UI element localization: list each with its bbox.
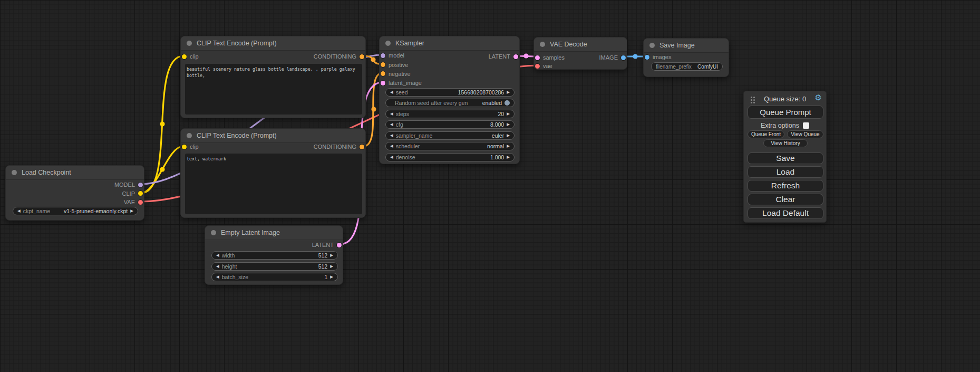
view-queue-button[interactable]: View Queue bbox=[787, 130, 823, 138]
widget-label: ckpt_name bbox=[23, 208, 61, 214]
decrement-arrow-icon[interactable]: ◀ bbox=[390, 133, 393, 138]
port-dot-vae[interactable] bbox=[535, 64, 540, 69]
widget-batch-size[interactable]: ◀ batch_size 1 ▶ bbox=[211, 273, 338, 281]
widget-filename-prefix[interactable]: filename_prefix ComfyUI bbox=[651, 62, 723, 71]
port-dot-conditioning[interactable] bbox=[360, 145, 364, 149]
port-dot-conditioning[interactable] bbox=[381, 62, 385, 67]
input-positive: positive bbox=[381, 61, 408, 69]
node-header[interactable]: Empty Latent Image bbox=[205, 226, 343, 240]
output-image: IMAGE bbox=[599, 54, 626, 61]
port-dot-latent[interactable] bbox=[337, 243, 342, 247]
port-dot-clip[interactable] bbox=[182, 145, 187, 149]
increment-arrow-icon[interactable]: ▶ bbox=[330, 253, 333, 257]
port-dot-image[interactable] bbox=[645, 55, 649, 60]
load-button[interactable]: Load bbox=[748, 166, 823, 178]
widget-scheduler[interactable]: ◀ scheduler normal ▶ bbox=[385, 142, 515, 150]
increment-arrow-icon[interactable]: ▶ bbox=[330, 275, 333, 279]
collapse-dot-icon[interactable] bbox=[649, 43, 655, 48]
increment-arrow-icon[interactable]: ▶ bbox=[507, 144, 510, 148]
node-save-image[interactable]: Save Image images filename_prefix ComfyU… bbox=[643, 38, 729, 77]
increment-arrow-icon[interactable]: ▶ bbox=[507, 133, 510, 138]
decrement-arrow-icon[interactable]: ◀ bbox=[390, 122, 393, 127]
port-dot-vae[interactable] bbox=[138, 200, 143, 205]
prompt-textarea[interactable]: text, watermark bbox=[185, 154, 362, 214]
port-dot-clip[interactable] bbox=[138, 191, 143, 196]
decrement-arrow-icon[interactable]: ◀ bbox=[390, 155, 393, 159]
link-dot-positive[interactable] bbox=[371, 57, 375, 62]
widget-seed[interactable]: ◀ seed 156680208700286 ▶ bbox=[385, 88, 515, 97]
widget-width[interactable]: ◀ width 512 ▶ bbox=[211, 251, 338, 260]
link-dot-images[interactable] bbox=[633, 54, 637, 59]
load-default-button[interactable]: Load Default bbox=[748, 207, 823, 219]
widget-random-seed[interactable]: Random seed after every gen enabled bbox=[385, 99, 515, 107]
port-dot-image[interactable] bbox=[621, 55, 626, 60]
decrement-arrow-icon[interactable]: ◀ bbox=[216, 264, 219, 269]
collapse-dot-icon[interactable] bbox=[211, 230, 216, 235]
toggle-dot[interactable] bbox=[504, 100, 510, 106]
decrement-arrow-icon[interactable]: ◀ bbox=[17, 209, 21, 213]
decrement-arrow-icon[interactable]: ◀ bbox=[390, 144, 393, 148]
decrement-arrow-icon[interactable]: ◀ bbox=[216, 275, 219, 279]
output-model: MODEL bbox=[114, 181, 143, 188]
refresh-button[interactable]: Refresh bbox=[748, 180, 823, 192]
port-dot-conditioning[interactable] bbox=[381, 71, 385, 76]
port-dot-clip[interactable] bbox=[182, 54, 187, 59]
queue-front-button[interactable]: Queue Front bbox=[748, 130, 784, 138]
port-dot-latent[interactable] bbox=[381, 81, 385, 85]
collapse-dot-icon[interactable] bbox=[12, 170, 17, 175]
decrement-arrow-icon[interactable]: ◀ bbox=[390, 90, 393, 94]
node-graph-canvas[interactable]: Load Checkpoint MODEL CLIP VAE ◀ ckpt_na… bbox=[0, 0, 980, 372]
widget-ckpt-name[interactable]: ◀ ckpt_name v1-5-pruned-emaonly.ckpt ▶ bbox=[13, 207, 138, 215]
node-header[interactable]: CLIP Text Encode (Prompt) bbox=[181, 129, 365, 143]
link-dot-clip-negative[interactable] bbox=[160, 167, 164, 171]
node-header[interactable]: CLIP Text Encode (Prompt) bbox=[181, 36, 365, 51]
widget-cfg[interactable]: ◀ cfg 8.000 ▶ bbox=[385, 120, 515, 129]
increment-arrow-icon[interactable]: ▶ bbox=[507, 112, 510, 116]
prompt-textarea[interactable]: beautiful scenery nature glass bottle la… bbox=[185, 64, 362, 115]
output-latent: LATENT bbox=[312, 241, 342, 249]
increment-arrow-icon[interactable]: ▶ bbox=[130, 209, 133, 213]
clear-button[interactable]: Clear bbox=[748, 194, 823, 205]
decrement-arrow-icon[interactable]: ◀ bbox=[216, 253, 219, 257]
input-images: images bbox=[645, 53, 671, 61]
node-vae-decode[interactable]: VAE Decode samples vae IMAGE bbox=[533, 37, 627, 70]
link-dot-samples[interactable] bbox=[523, 53, 528, 58]
port-dot-model[interactable] bbox=[381, 53, 385, 58]
decrement-arrow-icon[interactable]: ◀ bbox=[390, 112, 393, 116]
widget-sampler-name[interactable]: ◀ sampler_name euler ▶ bbox=[385, 131, 515, 140]
port-dot-latent[interactable] bbox=[535, 55, 540, 60]
increment-arrow-icon[interactable]: ▶ bbox=[507, 122, 510, 127]
widget-steps[interactable]: ◀ steps 20 ▶ bbox=[385, 110, 515, 118]
view-history-button[interactable]: View History bbox=[763, 139, 808, 147]
node-header[interactable]: Save Image bbox=[644, 39, 729, 53]
widget-value: ComfyUI bbox=[697, 64, 718, 70]
widget-height[interactable]: ◀ height 512 ▶ bbox=[211, 262, 338, 271]
save-button[interactable]: Save bbox=[748, 152, 823, 164]
node-header[interactable]: KSampler bbox=[380, 36, 519, 51]
node-ksampler[interactable]: KSampler model positive negative latent_… bbox=[379, 36, 520, 164]
collapse-dot-icon[interactable] bbox=[385, 41, 391, 46]
node-header[interactable]: Load Checkpoint bbox=[6, 166, 144, 180]
extra-options-checkbox[interactable] bbox=[803, 122, 809, 129]
link-dot-negative[interactable] bbox=[371, 107, 376, 111]
port-dot-latent[interactable] bbox=[513, 54, 518, 59]
port-dot-model[interactable] bbox=[138, 183, 143, 187]
node-header[interactable]: VAE Decode bbox=[534, 37, 627, 52]
increment-arrow-icon[interactable]: ▶ bbox=[330, 264, 333, 269]
increment-arrow-icon[interactable]: ▶ bbox=[507, 155, 510, 159]
widget-denoise[interactable]: ◀ denoise 1.000 ▶ bbox=[385, 153, 515, 161]
increment-arrow-icon[interactable]: ▶ bbox=[507, 90, 510, 94]
widget-value: v1-5-pruned-emaonly.ckpt bbox=[64, 208, 128, 214]
node-clip-text-encode-positive[interactable]: CLIP Text Encode (Prompt) clip CONDITION… bbox=[180, 36, 366, 118]
collapse-dot-icon[interactable] bbox=[540, 42, 545, 47]
node-empty-latent-image[interactable]: Empty Latent Image LATENT ◀ width 512 ▶ … bbox=[205, 225, 343, 285]
settings-gear-icon[interactable]: ⚙ bbox=[815, 93, 822, 101]
collapse-dot-icon[interactable] bbox=[187, 41, 192, 46]
collapse-dot-icon[interactable] bbox=[187, 133, 192, 138]
output-vae: VAE bbox=[124, 198, 143, 206]
queue-prompt-button[interactable]: Queue Prompt bbox=[748, 106, 823, 119]
node-clip-text-encode-negative[interactable]: CLIP Text Encode (Prompt) clip CONDITION… bbox=[180, 128, 366, 218]
node-load-checkpoint[interactable]: Load Checkpoint MODEL CLIP VAE ◀ ckpt_na… bbox=[5, 165, 144, 221]
port-dot-conditioning[interactable] bbox=[360, 54, 364, 59]
link-dot-clip-positive[interactable] bbox=[160, 121, 164, 126]
